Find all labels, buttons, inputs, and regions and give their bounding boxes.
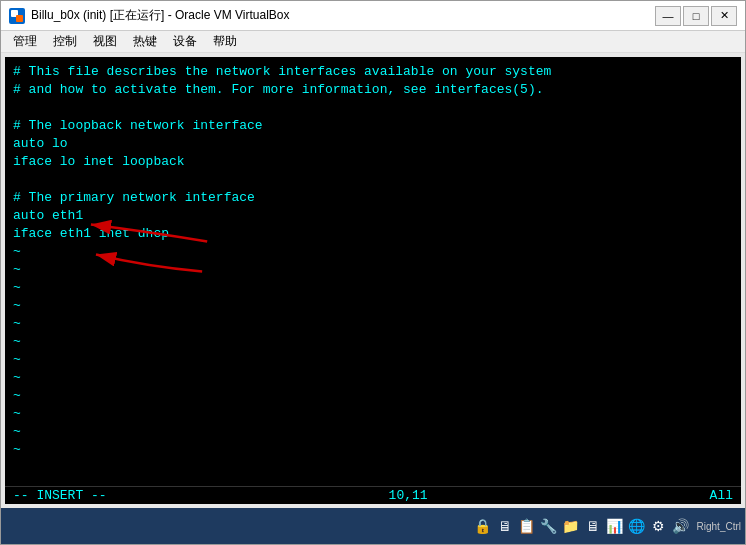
term-line-18: ~ bbox=[13, 369, 733, 387]
menu-manage[interactable]: 管理 bbox=[5, 31, 45, 52]
vim-statusbar: -- INSERT -- 10,11 All bbox=[5, 486, 741, 504]
menu-hotkeys[interactable]: 热键 bbox=[125, 31, 165, 52]
term-line-15: ~ bbox=[13, 315, 733, 333]
taskbar: 🔒 🖥 📋 🔧 📁 🖥 📊 🌐 ⚙ 🔊 Right_Ctrl bbox=[1, 508, 745, 544]
terminal-display[interactable]: # This file describes the network interf… bbox=[5, 57, 741, 486]
term-line-21: ~ bbox=[13, 423, 733, 441]
term-line-22: ~ bbox=[13, 441, 733, 459]
term-line-14: ~ bbox=[13, 297, 733, 315]
term-line-9: auto eth1 bbox=[13, 207, 733, 225]
menu-help[interactable]: 帮助 bbox=[205, 31, 245, 52]
taskbar-icon-9[interactable]: ⚙ bbox=[649, 516, 669, 536]
term-line-19: ~ bbox=[13, 387, 733, 405]
maximize-button[interactable]: □ bbox=[683, 6, 709, 26]
term-line-12: ~ bbox=[13, 261, 733, 279]
menu-control[interactable]: 控制 bbox=[45, 31, 85, 52]
term-line-5: auto lo bbox=[13, 135, 733, 153]
term-line-8: # The primary network interface bbox=[13, 189, 733, 207]
term-line-7 bbox=[13, 171, 733, 189]
vim-mode: -- INSERT -- bbox=[13, 488, 107, 503]
term-line-1: # This file describes the network interf… bbox=[13, 63, 733, 81]
term-line-6: iface lo inet loopback bbox=[13, 153, 733, 171]
term-line-13: ~ bbox=[13, 279, 733, 297]
titlebar: Billu_b0x (init) [正在运行] - Oracle VM Virt… bbox=[1, 1, 745, 31]
menu-devices[interactable]: 设备 bbox=[165, 31, 205, 52]
term-line-11: ~ bbox=[13, 243, 733, 261]
minimize-button[interactable]: — bbox=[655, 6, 681, 26]
taskbar-icon-5[interactable]: 📁 bbox=[561, 516, 581, 536]
taskbar-icon-4[interactable]: 🔧 bbox=[539, 516, 559, 536]
vm-display-area: # This file describes the network interf… bbox=[1, 53, 745, 508]
taskbar-icon-2[interactable]: 🖥 bbox=[495, 516, 515, 536]
taskbar-icon-8[interactable]: 🌐 bbox=[627, 516, 647, 536]
term-line-20: ~ bbox=[13, 405, 733, 423]
taskbar-icon-3[interactable]: 📋 bbox=[517, 516, 537, 536]
term-line-4: # The loopback network interface bbox=[13, 117, 733, 135]
menubar: 管理 控制 视图 热键 设备 帮助 bbox=[1, 31, 745, 53]
term-line-17: ~ bbox=[13, 351, 733, 369]
right-ctrl-label: Right_Ctrl bbox=[697, 521, 741, 532]
vim-view: All bbox=[710, 488, 733, 503]
vim-position: 10,11 bbox=[389, 488, 428, 503]
window-controls: — □ ✕ bbox=[655, 6, 737, 26]
taskbar-icon-6[interactable]: 🖥 bbox=[583, 516, 603, 536]
menu-view[interactable]: 视图 bbox=[85, 31, 125, 52]
term-line-3 bbox=[13, 99, 733, 117]
term-line-2: # and how to activate them. For more inf… bbox=[13, 81, 733, 99]
window-title: Billu_b0x (init) [正在运行] - Oracle VM Virt… bbox=[31, 7, 655, 24]
term-line-10: iface eth1 inet dhcp bbox=[13, 225, 733, 243]
app-icon bbox=[9, 8, 25, 24]
term-line-16: ~ bbox=[13, 333, 733, 351]
close-button[interactable]: ✕ bbox=[711, 6, 737, 26]
taskbar-icon-7[interactable]: 📊 bbox=[605, 516, 625, 536]
taskbar-icon-1[interactable]: 🔒 bbox=[473, 516, 493, 536]
virtualbox-window: Billu_b0x (init) [正在运行] - Oracle VM Virt… bbox=[0, 0, 746, 545]
taskbar-icon-10[interactable]: 🔊 bbox=[671, 516, 691, 536]
svg-rect-2 bbox=[16, 15, 23, 22]
